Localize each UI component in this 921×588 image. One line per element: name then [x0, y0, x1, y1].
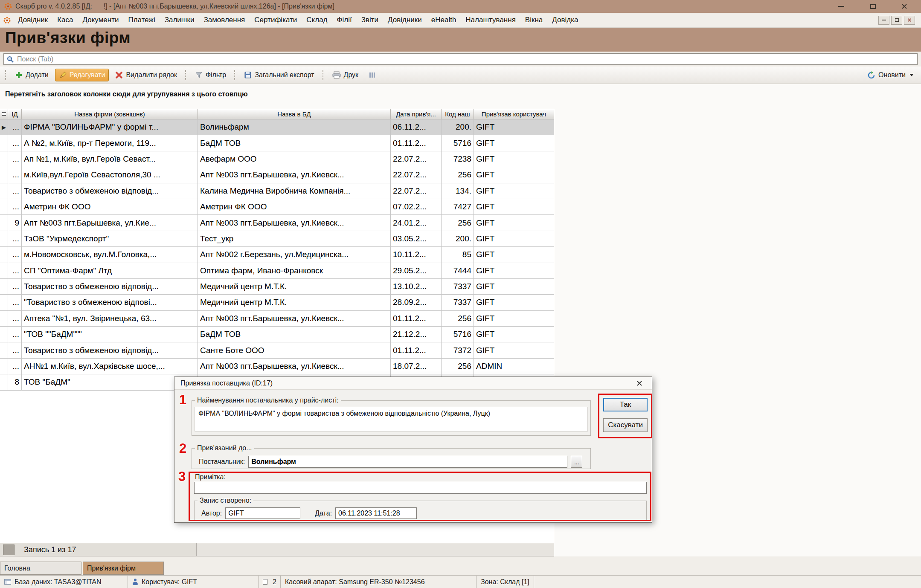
table-cell: Апт №002 г.Березань, ул.Медицинска... — [198, 247, 391, 263]
table-cell: 9 — [8, 215, 22, 231]
menu-item-15[interactable]: Довідка — [547, 16, 583, 24]
column-header-1[interactable]: ІД — [8, 109, 22, 119]
menu-item-11[interactable]: Довідники — [383, 16, 427, 24]
table-row[interactable]: ..."Товариство з обмеженою відпові...Мед… — [0, 295, 554, 310]
export-button[interactable]: Загальний експорт — [240, 69, 318, 81]
table-cell — [0, 342, 8, 358]
mdi-minimize-button[interactable] — [878, 16, 889, 25]
tab-home[interactable]: Головна — [0, 562, 81, 575]
tab-firm-bindings[interactable]: Прив'язки фірм — [83, 562, 164, 575]
column-header-2[interactable]: Назва фірми (зовнішнє) — [22, 109, 198, 119]
record-navigator-bar: Запись 1 из 17 — [0, 543, 554, 556]
menu-item-3[interactable]: Документи — [78, 16, 124, 24]
filter-funnel-icon — [195, 71, 203, 79]
table-cell: 22.07.2... — [391, 151, 442, 167]
supplier-input[interactable] — [248, 456, 567, 468]
dialog-close-button[interactable] — [633, 377, 646, 389]
table-cell: 7337 — [442, 279, 474, 295]
refresh-button[interactable]: Оновити — [863, 69, 918, 82]
table-cell: GIFT — [474, 231, 554, 247]
table-cell: Апт №003 пгт.Барышевка, ул.Киевск... — [198, 167, 391, 183]
export-disk-icon — [244, 71, 252, 79]
bound-to-groupbox: Прив'язаний до... Постачальник: ... — [192, 444, 591, 469]
table-row[interactable]: ...м.Київ,вул.Героїв Севастополя,30 ...А… — [0, 167, 554, 183]
author-input[interactable] — [225, 507, 300, 519]
table-row[interactable]: ...Товариство з обмеженою відповід...Кал… — [0, 183, 554, 199]
delete-row-button[interactable]: Видалити рядок — [111, 69, 180, 81]
menu-item-2[interactable]: Каса — [52, 16, 78, 24]
table-row[interactable]: 9Апт №003 пгт.Барышевка, ул.Кие...Апт №0… — [0, 215, 554, 231]
search-input[interactable] — [17, 55, 915, 63]
column-header-5[interactable]: Код наш — [442, 109, 474, 119]
table-cell: БаДМ ТОВ — [198, 327, 391, 342]
table-row[interactable]: ..."ТОВ ""БаДМ"""БаДМ ТОВ21.12.2...5716G… — [0, 327, 554, 342]
table-cell: 22.07.2... — [391, 183, 442, 199]
table-cell: 256 — [442, 311, 474, 327]
mdi-close-button[interactable] — [904, 16, 915, 25]
table-row[interactable]: ...АН№1 м.Київ, вул.Харківське шосе,...А… — [0, 359, 554, 374]
refresh-dropdown-caret[interactable] — [909, 74, 914, 76]
table-cell: ... — [8, 247, 22, 263]
table-row[interactable]: ...м.Новомосковськ, вул.М.Головка,...Апт… — [0, 247, 554, 263]
table-cell: Санте Боте ООО — [198, 342, 391, 358]
table-row[interactable]: ...СП "Оптима-Фарм" ЛтдОптима фарм, Иван… — [0, 263, 554, 279]
annotation-number-3: 3 — [178, 469, 186, 484]
menu-item-9[interactable]: Філії — [332, 16, 357, 24]
menu-item-12[interactable]: eHealth — [427, 16, 461, 24]
app-logo-icon — [4, 3, 12, 10]
menu-item-4[interactable]: Платежі — [123, 16, 160, 24]
dialog-titlebar: Привязка поставщика (ID:17) — [174, 377, 652, 390]
table-row[interactable]: ...ТзОВ "Укрмедекспорт"Тест_укр03.05.2..… — [0, 231, 554, 247]
minimize-button[interactable] — [835, 1, 848, 12]
table-cell: GIFT — [474, 215, 554, 231]
table-cell: GIFT — [474, 295, 554, 310]
add-button[interactable]: Додати — [11, 69, 52, 81]
table-cell: 256 — [442, 215, 474, 231]
table-cell — [0, 374, 8, 390]
table-row[interactable]: ▶...ФІРМА "ВОЛИНЬФАРМ" у формі т...Волин… — [0, 119, 554, 135]
maximize-button[interactable] — [866, 1, 879, 12]
note-input[interactable] — [194, 482, 647, 494]
table-row[interactable]: ...А №2, м.Київ, пр-т Перемоги, 119...Ба… — [0, 135, 554, 151]
table-cell: ... — [8, 311, 22, 327]
table-cell — [0, 199, 8, 215]
table-row[interactable]: ...Аметрин ФК ОООАметрин ФК ООО07.02.2..… — [0, 199, 554, 215]
mdi-controls — [878, 16, 915, 25]
column-header-6[interactable]: Прив'язав користувач — [474, 109, 554, 119]
column-header-4[interactable]: Дата прив'я... — [391, 109, 442, 119]
table-cell: Апт №003 пгт.Барышевка, ул.Кие... — [22, 215, 198, 231]
table-cell: ТзОВ "Укрмедекспорт" — [22, 231, 198, 247]
supplier-name-memo[interactable]: ФІРМА "ВОЛИНЬФАРМ" у формі товариства з … — [195, 407, 588, 432]
menu-item-7[interactable]: Сертифікати — [250, 16, 302, 24]
table-cell: GIFT — [474, 247, 554, 263]
menu-item-5[interactable]: Залишки — [160, 16, 199, 24]
menu-item-1[interactable]: Довідник — [13, 16, 52, 24]
cancel-button[interactable]: Скасувати — [603, 418, 648, 432]
mdi-restore-button[interactable] — [891, 16, 902, 25]
menu-item-6[interactable]: Замовлення — [199, 16, 250, 24]
table-cell: Апт №003 пгт.Барышевка, ул.Киевск... — [198, 215, 391, 231]
filter-button[interactable]: Фільтр — [191, 69, 230, 81]
supplier-browse-button[interactable]: ... — [571, 456, 582, 468]
column-header-3[interactable]: Назва в БД — [198, 109, 391, 119]
table-row[interactable]: ...Товариство з обмеженою відповід...Сан… — [0, 342, 554, 358]
date-input[interactable] — [335, 507, 417, 519]
table-cell: Авефарм ООО — [198, 151, 391, 167]
table-row[interactable]: ...Аптека "№1, вул. Звіринецька, 63...Ап… — [0, 311, 554, 327]
grid-corner-cell[interactable] — [0, 109, 8, 119]
edit-button[interactable]: Редагувати — [55, 69, 109, 81]
close-button[interactable] — [898, 1, 911, 12]
menu-item-13[interactable]: Налаштування — [461, 16, 520, 24]
table-cell: GIFT — [474, 199, 554, 215]
ok-button[interactable]: Так — [603, 398, 648, 411]
menu-item-8[interactable]: Склад — [302, 16, 332, 24]
menu-item-14[interactable]: Вікна — [520, 16, 547, 24]
export-button-label: Загальний експорт — [255, 71, 314, 79]
table-row[interactable]: ...Ап №1, м.Київ, вул.Героїв Севаст...Ав… — [0, 151, 554, 167]
table-row[interactable]: ...Товариство з обмеженою відповід...Мед… — [0, 279, 554, 295]
table-cell: 01.11.2... — [391, 135, 442, 151]
column-chooser-button[interactable] — [365, 69, 379, 81]
menu-item-10[interactable]: Звіти — [357, 16, 383, 24]
record-navigator-button[interactable] — [3, 545, 15, 555]
print-button[interactable]: Друк — [328, 69, 363, 81]
